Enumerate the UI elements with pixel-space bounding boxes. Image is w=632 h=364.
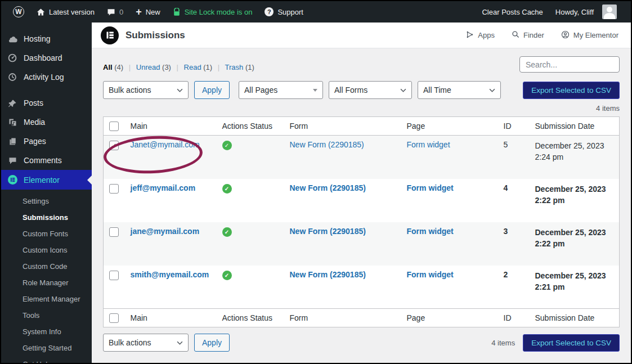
success-status-icon: ✓ (222, 184, 232, 194)
chevron-down-icon (177, 341, 183, 345)
chevron-down-icon (400, 88, 406, 92)
items-count-bottom: 4 items (491, 339, 515, 347)
submission-main-link[interactable]: jeff@mymail.com (131, 183, 196, 192)
sidebar-item-activity-log[interactable]: Activity Log (1, 68, 92, 87)
submenu-item-custom-icons[interactable]: Custom Icons (1, 242, 92, 258)
form-link[interactable]: New Form (2290185) (290, 227, 366, 236)
filter-read[interactable]: Read (184, 63, 201, 71)
all-time-select[interactable]: All Time (418, 81, 501, 99)
bulk-actions-select[interactable]: Bulk actions (103, 81, 189, 99)
dashboard-gauge-icon (7, 53, 18, 62)
finder-link[interactable]: Finder (512, 30, 544, 40)
submenu-item-role-manager[interactable]: Role Manager (1, 275, 92, 291)
form-link[interactable]: New Form (2290185) (290, 270, 366, 279)
submenu-item-custom-code[interactable]: Custom Code (1, 258, 92, 275)
submission-date: December 25, 2023 (535, 227, 614, 238)
clear-posts-cache-button[interactable]: Clear Posts Cache (476, 1, 549, 23)
sidebar-item-label: Comments (24, 156, 62, 165)
sidebar-item-hosting[interactable]: Hosting (1, 29, 92, 48)
apps-link[interactable]: Apps (465, 30, 495, 41)
items-count-top: 4 items (103, 104, 620, 113)
my-elementor-label: My Elementor (573, 31, 618, 39)
user-avatar (602, 5, 617, 19)
my-account-menu[interactable]: Howdy, Cliff (549, 1, 623, 23)
plus-icon: + (136, 7, 142, 17)
page-title: Submissions (125, 30, 185, 41)
my-elementor-link[interactable]: My Elementor (561, 30, 618, 41)
column-footer-main[interactable]: Main (125, 309, 217, 327)
search-icon (512, 30, 519, 40)
filter-separator: | (177, 63, 178, 71)
site-name-menu[interactable]: Latest version (30, 1, 101, 23)
comments-bubble-icon (107, 8, 115, 16)
form-link[interactable]: New Form (2290185) (290, 183, 366, 192)
apps-icon (465, 30, 474, 41)
bulk-actions-select-bottom[interactable]: Bulk actions (103, 334, 189, 352)
export-csv-button-bottom[interactable]: Export Selected to CSV (523, 334, 620, 352)
sidebar-item-comments[interactable]: Comments (1, 151, 92, 170)
filter-all[interactable]: All (103, 63, 113, 71)
column-header-main[interactable]: Main (125, 117, 217, 136)
filter-unread[interactable]: Unread (136, 63, 160, 71)
select-all-checkbox[interactable] (109, 122, 119, 131)
site-lock-status[interactable]: Site Lock mode is on (167, 1, 259, 23)
submenu-item-element-manager[interactable]: Element Manager (1, 291, 92, 307)
submenu-item-tools[interactable]: Tools (1, 307, 92, 323)
row-checkbox[interactable] (109, 184, 119, 194)
row-checkbox[interactable] (109, 271, 119, 280)
page-link[interactable]: Form widget (407, 140, 450, 149)
wordpress-logo-menu[interactable]: W (7, 1, 30, 23)
submission-main-link[interactable]: jane@mymail.com (131, 227, 200, 236)
export-csv-button[interactable]: Export Selected to CSV (523, 82, 620, 99)
page-link[interactable]: Form widget (407, 183, 454, 192)
support-menu[interactable]: ? Support (258, 1, 310, 23)
select-all-checkbox[interactable] (109, 313, 119, 323)
apply-button[interactable]: Apply (194, 81, 230, 99)
submission-date: December 25, 2023 (535, 270, 614, 281)
filter-trash[interactable]: Trash (225, 63, 244, 71)
table-row: smith@myemail.com ✓ New Form (2290185) F… (104, 266, 620, 309)
row-checkbox[interactable] (109, 227, 119, 237)
view-filters: All (4) | Unread (3) | Read (1) | Trash … (103, 63, 254, 73)
submenu-item-settings[interactable]: Settings (1, 193, 92, 209)
filter-unread-count: (3) (162, 63, 171, 71)
all-forms-select[interactable]: All Forms (329, 81, 412, 99)
column-header-submission-date[interactable]: Submission Date (530, 117, 620, 136)
all-pages-select[interactable]: All Pages (239, 81, 323, 99)
column-header-id[interactable]: ID (498, 117, 530, 136)
submenu-item-submissions[interactable]: Submissions (1, 209, 92, 226)
column-footer-submission-date[interactable]: Submission Date (530, 309, 620, 327)
cloud-icon (7, 35, 18, 43)
sidebar-item-elementor[interactable]: Elementor (1, 170, 92, 190)
form-link[interactable]: New Form (2290185) (290, 140, 364, 149)
sidebar-item-pages[interactable]: Pages (1, 132, 92, 151)
submenu-item-get-help[interactable]: Get Help (1, 356, 92, 364)
column-footer-id[interactable]: ID (498, 309, 530, 327)
page-link[interactable]: Form widget (407, 270, 454, 279)
submenu-item-getting-started[interactable]: Getting Started (1, 340, 92, 356)
site-name-label: Latest version (49, 8, 95, 16)
new-content-menu[interactable]: + New (129, 1, 167, 23)
submission-main-link[interactable]: smith@myemail.com (131, 270, 209, 279)
chevron-down-icon (177, 88, 183, 92)
submission-main-link[interactable]: Janet@mymail.com (131, 140, 200, 149)
table-row: ✓ Janet@mymail.com ✓ New Form (2290185) … (104, 136, 620, 179)
history-clock-icon (7, 73, 18, 82)
site-lock-label: Site Lock mode is on (185, 8, 253, 16)
sidebar-item-label: Activity Log (24, 73, 64, 82)
user-circle-icon (561, 30, 570, 41)
comments-menu[interactable]: 0 (101, 1, 129, 23)
page-link[interactable]: Form widget (407, 227, 454, 236)
row-checkbox-checked[interactable]: ✓ (109, 141, 119, 150)
sidebar-item-media[interactable]: Media (1, 113, 92, 132)
table-row: jeff@mymail.com ✓ New Form (2290185) For… (104, 179, 620, 222)
submenu-item-system-info[interactable]: System Info (1, 323, 92, 340)
search-input[interactable] (519, 56, 620, 73)
apply-button-bottom[interactable]: Apply (194, 334, 230, 352)
sidebar-item-posts[interactable]: Posts (1, 93, 92, 113)
submission-id: 5 (498, 136, 530, 179)
submenu-item-custom-fonts[interactable]: Custom Fonts (1, 226, 92, 242)
question-icon: ? (265, 7, 274, 16)
sidebar-item-dashboard[interactable]: Dashboard (1, 48, 92, 68)
elementor-icon (7, 175, 18, 185)
